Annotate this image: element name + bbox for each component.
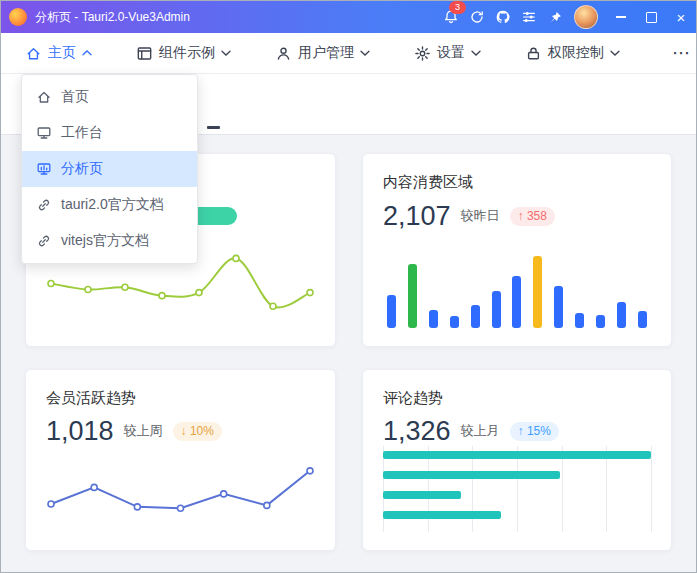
point-marker — [48, 280, 54, 286]
bar — [471, 305, 480, 328]
chevron-down-icon — [360, 50, 370, 56]
dropdown-item-analysis[interactable]: 分析页 — [22, 151, 197, 187]
nav-item-settings[interactable]: 设置 — [414, 44, 481, 62]
card-title: 内容消费区域 — [383, 172, 651, 192]
dropdown-item-tauri-docs[interactable]: tauri2.0官方文档 — [22, 187, 197, 223]
stat-value: 1,018 — [46, 418, 114, 445]
stat-badge: ↓ 10% — [173, 422, 222, 441]
bar — [575, 313, 584, 328]
nav-item-home[interactable]: 主页 — [25, 44, 92, 62]
nav-item-label: 主页 — [48, 44, 76, 62]
stat-value: 1,326 — [383, 418, 451, 445]
workbench-icon — [36, 125, 52, 141]
point-marker — [91, 484, 97, 490]
bar — [617, 302, 626, 328]
bar — [512, 276, 521, 328]
point-marker — [178, 505, 184, 511]
member-line-chart — [46, 446, 315, 532]
point-marker — [134, 504, 140, 510]
dropdown-item-workbench[interactable]: 工作台 — [22, 115, 197, 151]
app-logo-icon — [9, 8, 27, 26]
chevron-down-icon — [221, 50, 231, 56]
nav-item-label: 设置 — [437, 44, 465, 62]
bar — [429, 310, 438, 328]
nav-item-label: 用户管理 — [298, 44, 354, 62]
bar — [492, 291, 501, 328]
chevron-up-icon — [82, 50, 92, 56]
lock-icon — [525, 45, 542, 62]
close-button[interactable]: × — [666, 1, 696, 33]
consumption-bar-chart — [383, 236, 651, 328]
user-icon — [275, 45, 292, 62]
point-marker — [48, 501, 54, 507]
point-marker — [307, 468, 313, 474]
bar — [383, 471, 560, 479]
bar — [554, 286, 563, 328]
home-icon — [25, 45, 42, 62]
component-icon — [136, 45, 153, 62]
bar-series — [383, 446, 651, 519]
stat-value: 2,107 — [383, 203, 451, 230]
home-dropdown-menu: 首页 工作台 分析页 tauri2.0官方文档 — [21, 74, 198, 264]
compare-label: 较上月 — [461, 422, 500, 440]
main-menu: 主页 组件示例 用户管理 — [1, 33, 696, 74]
line-series — [51, 471, 310, 508]
point-marker — [85, 287, 91, 293]
titlebar: 分析页 - Tauri2.0-Vue3Admin 3 — [1, 1, 696, 33]
pin-icon[interactable] — [542, 4, 568, 30]
bar — [408, 264, 417, 328]
link-icon — [36, 233, 52, 249]
chevron-down-icon — [610, 50, 620, 56]
nav-item-users[interactable]: 用户管理 — [275, 44, 370, 62]
nav-item-components[interactable]: 组件示例 — [136, 44, 231, 62]
bar — [450, 316, 459, 328]
minimize-button[interactable] — [606, 1, 636, 33]
card-title: 会员活跃趋势 — [46, 388, 315, 408]
point-marker — [307, 290, 313, 296]
window-title: 分析页 - Tauri2.0-Vue3Admin — [35, 9, 190, 26]
dropdown-item-label: 分析页 — [61, 160, 103, 178]
gear-icon — [414, 45, 431, 62]
refresh-icon[interactable] — [464, 4, 490, 30]
point-marker — [221, 491, 227, 497]
dropdown-item-label: tauri2.0官方文档 — [61, 196, 164, 214]
stat-card-comment: 评论趋势 1,326 较上月 ↑ 15% — [362, 369, 672, 551]
bar — [638, 311, 647, 328]
bar — [383, 511, 501, 519]
github-icon[interactable] — [490, 4, 516, 30]
bar — [596, 315, 605, 328]
notification-bell-icon[interactable]: 3 — [438, 4, 464, 30]
bar — [387, 295, 396, 328]
dropdown-item-home[interactable]: 首页 — [22, 79, 197, 115]
point-marker — [233, 255, 239, 261]
point-marker — [270, 303, 276, 309]
comment-hbar-chart — [383, 446, 651, 532]
link-icon — [36, 197, 52, 213]
dropdown-item-label: 首页 — [61, 88, 89, 106]
user-avatar[interactable] — [574, 5, 598, 29]
point-marker — [159, 293, 165, 299]
nav-item-label: 权限控制 — [548, 44, 604, 62]
compare-label: 较昨日 — [461, 207, 500, 225]
stat-card-member: 会员活跃趋势 1,018 较上周 ↓ 10% — [25, 369, 336, 551]
home-icon — [36, 89, 52, 105]
nav-more-button[interactable]: ⋯ — [664, 42, 697, 64]
bar — [383, 491, 461, 499]
stat-badge: ↑ 15% — [510, 422, 559, 441]
sliders-icon[interactable] — [516, 4, 542, 30]
stat-card-consumption: 内容消费区域 2,107 较昨日 ↑ 358 — [362, 153, 672, 347]
bar — [533, 256, 542, 328]
bar — [383, 451, 651, 459]
dropdown-item-vitejs-docs[interactable]: vitejs官方文档 — [22, 223, 197, 259]
nav-item-label: 组件示例 — [159, 44, 215, 62]
point-marker — [196, 290, 202, 296]
maximize-button[interactable] — [636, 1, 666, 33]
active-tab-indicator[interactable] — [207, 126, 220, 129]
point-marker — [264, 502, 270, 508]
nav-item-permissions[interactable]: 权限控制 — [525, 44, 620, 62]
stat-badge: ↑ 358 — [510, 207, 555, 226]
chevron-down-icon — [471, 50, 481, 56]
card-title: 评论趋势 — [383, 388, 651, 408]
dropdown-item-label: vitejs官方文档 — [61, 232, 149, 250]
compare-label: 较上周 — [124, 422, 163, 440]
